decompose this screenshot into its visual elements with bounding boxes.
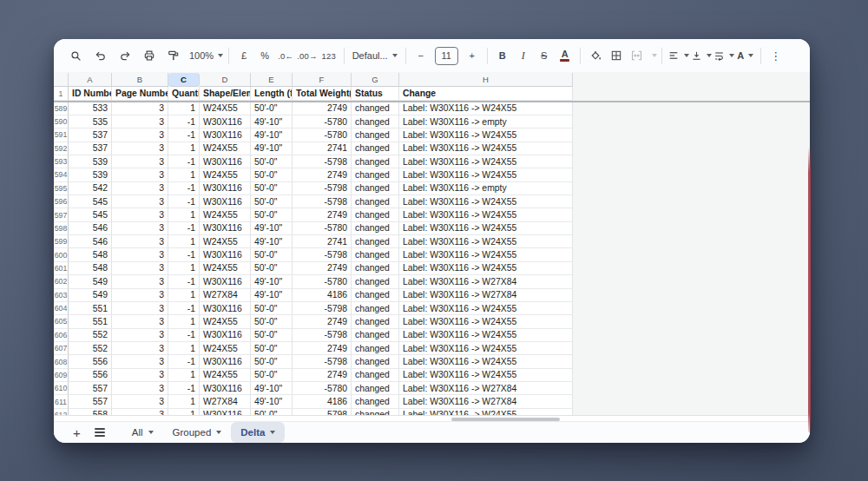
cell[interactable]: -1 <box>168 275 200 288</box>
cell[interactable]: changed <box>352 222 399 235</box>
cell[interactable]: 50'-0" <box>251 262 293 275</box>
cell[interactable]: changed <box>352 248 399 261</box>
cell[interactable]: 549 <box>69 289 112 302</box>
cell[interactable]: 552 <box>69 329 112 342</box>
cell[interactable]: W24X55 <box>200 208 251 221</box>
cell[interactable]: 3 <box>112 102 168 115</box>
row-number[interactable]: 609 <box>54 369 69 382</box>
header-cell[interactable]: ID Number <box>69 87 112 101</box>
sheet-tab-all[interactable]: All <box>122 422 163 443</box>
cell[interactable]: 533 <box>69 102 112 115</box>
cell[interactable]: Label: W30X116 -> W24X55 <box>399 355 573 368</box>
cell[interactable]: W30X116 <box>200 248 251 261</box>
cell[interactable]: 3 <box>112 355 168 368</box>
cell[interactable]: changed <box>352 115 399 128</box>
cell[interactable]: changed <box>352 395 399 408</box>
cell[interactable]: 537 <box>69 128 112 142</box>
cell[interactable]: W24X55 <box>200 142 251 155</box>
cell[interactable]: Label: W30X116 -> W24X55 <box>399 168 573 181</box>
row-number[interactable]: 601 <box>54 262 69 275</box>
cell[interactable]: 3 <box>112 275 168 288</box>
merge-cells-button[interactable] <box>628 45 647 66</box>
cell[interactable]: 1 <box>168 342 200 355</box>
cell[interactable]: -1 <box>168 329 200 342</box>
cell[interactable]: -1 <box>168 302 200 315</box>
all-sheets-menu-button[interactable] <box>95 428 105 437</box>
cell[interactable]: changed <box>352 329 399 342</box>
row-number[interactable]: 610 <box>54 382 69 395</box>
column-header-d[interactable]: D <box>200 73 251 87</box>
cell[interactable]: W30X116 <box>200 409 251 415</box>
cell[interactable]: -1 <box>168 182 200 195</box>
row-number[interactable]: 594 <box>54 168 69 181</box>
cell[interactable]: changed <box>352 168 399 181</box>
cell[interactable]: 1 <box>168 142 200 155</box>
zoom-select[interactable]: 100% <box>189 45 223 66</box>
currency-format-button[interactable]: £ <box>234 45 253 66</box>
cell[interactable]: 3 <box>112 382 168 395</box>
header-cell[interactable]: Total Weight(Lbs) <box>293 87 352 101</box>
cell[interactable]: 50'-0" <box>251 168 293 181</box>
cell[interactable]: 50'-0" <box>251 315 293 328</box>
cell[interactable]: 535 <box>69 115 112 128</box>
decrease-decimal-button[interactable]: .0← <box>276 45 295 66</box>
cell[interactable]: 545 <box>69 208 112 221</box>
column-header-b[interactable]: B <box>112 73 168 87</box>
cell[interactable]: -5798 <box>293 248 352 261</box>
cell[interactable]: 557 <box>69 382 112 395</box>
cell[interactable]: 49'-10" <box>251 222 293 235</box>
cell[interactable]: 558 <box>69 409 112 415</box>
header-cell[interactable]: Change <box>399 87 573 101</box>
font-size-increase-button[interactable]: + <box>463 45 482 66</box>
cell[interactable]: Label: W30X116 -> W27X84 <box>399 289 573 302</box>
column-header-e[interactable]: E <box>251 73 293 87</box>
cell[interactable]: -1 <box>168 248 200 261</box>
cell[interactable]: changed <box>352 289 399 302</box>
cell[interactable]: 1 <box>168 315 200 328</box>
cell[interactable]: 2749 <box>293 342 352 355</box>
cell[interactable]: 49'-10" <box>251 382 293 395</box>
row-number[interactable]: 591 <box>54 128 69 142</box>
row-number[interactable]: 608 <box>54 355 69 368</box>
cell[interactable]: 546 <box>69 235 112 248</box>
cell[interactable]: 3 <box>112 142 168 155</box>
cell[interactable]: -5798 <box>293 155 352 168</box>
sheet-tab-grouped[interactable]: Grouped <box>163 422 232 443</box>
cell[interactable]: 1 <box>168 369 200 382</box>
cell[interactable]: 1 <box>168 262 200 275</box>
more-options-button[interactable]: ⋮ <box>766 45 786 66</box>
cell[interactable]: -5780 <box>293 115 352 128</box>
cell[interactable]: Label: W30X116 -> W24X55 <box>399 155 573 168</box>
cell[interactable]: 546 <box>69 222 112 235</box>
cell[interactable]: 49'-10" <box>251 128 293 142</box>
cell[interactable]: 2749 <box>293 369 352 382</box>
cell[interactable]: 3 <box>112 262 168 275</box>
header-cell[interactable]: Shape/Element <box>200 87 251 101</box>
font-size-decrease-button[interactable]: − <box>411 45 431 66</box>
chevron-down-icon[interactable] <box>652 54 657 57</box>
cell[interactable]: W30X116 <box>200 355 251 368</box>
header-cell[interactable]: Quantity <box>168 87 200 101</box>
cell[interactable]: W30X116 <box>200 155 251 168</box>
cell[interactable]: changed <box>352 382 399 395</box>
cell[interactable]: 548 <box>69 248 112 261</box>
cell[interactable]: changed <box>352 208 399 221</box>
sheet-tab-delta[interactable]: Delta <box>231 422 285 443</box>
cell[interactable]: Label: W30X116 -> empty <box>399 115 573 128</box>
cell[interactable]: 2741 <box>293 142 352 155</box>
text-wrap-button[interactable] <box>713 45 734 66</box>
cell[interactable]: 1 <box>168 208 200 221</box>
corner-cell[interactable] <box>54 73 69 87</box>
font-size-input[interactable]: 11 <box>435 47 458 65</box>
horizontal-scrollbar-thumb[interactable] <box>451 418 560 421</box>
cell[interactable]: 49'-10" <box>251 395 293 408</box>
cell[interactable]: W30X116 <box>200 329 251 342</box>
cell[interactable]: Label: W30X116 -> W24X55 <box>399 409 573 415</box>
cell[interactable]: 551 <box>69 302 112 315</box>
cell[interactable]: W24X55 <box>200 342 251 355</box>
cell[interactable]: 50'-0" <box>251 302 293 315</box>
cell[interactable]: changed <box>352 235 399 248</box>
cell[interactable]: -1 <box>168 195 200 208</box>
cell[interactable]: 2749 <box>293 168 352 181</box>
cell[interactable]: 50'-0" <box>251 195 293 208</box>
